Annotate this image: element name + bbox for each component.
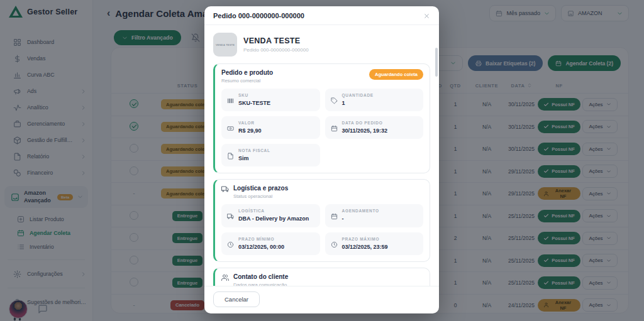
- file-icon: [227, 153, 234, 160]
- field-value: 1: [342, 99, 374, 107]
- detail-field: DATA DO PEDIDO 30/11/2025, 19:32: [325, 116, 424, 139]
- field-value: -: [342, 215, 379, 222]
- detail-field: QUANTIDADE 1: [325, 89, 424, 111]
- field-value: 03/12/2025, 23:59: [342, 243, 388, 251]
- field-label: NOTA FISCAL: [238, 148, 270, 153]
- product-thumbnail: VENDA TESTE: [213, 33, 237, 57]
- modal-footer: Cancelar: [204, 286, 439, 313]
- barcode-icon: [227, 97, 234, 104]
- scrollbar-thumb[interactable]: [435, 48, 438, 77]
- app-window: Gestor Seller Dashboard Vendas Curva ABC…: [0, 0, 644, 321]
- users-icon: [221, 274, 229, 281]
- truck-icon: [227, 213, 234, 220]
- section-contato: Contato do cliente Dados para comunicaçã…: [213, 268, 430, 286]
- clock-icon: [331, 241, 338, 248]
- cancel-button[interactable]: Cancelar: [213, 291, 260, 307]
- calendar-icon: [331, 213, 338, 220]
- field-value: 03/12/2025, 00:00: [238, 243, 284, 251]
- section-title: Logística e prazos: [233, 185, 423, 192]
- modal-header: Pedido 000-0000000-000000: [204, 6, 439, 25]
- detail-field: NOTA FISCAL Sim: [221, 144, 320, 166]
- clock-icon: [227, 241, 234, 248]
- section-pedido-produto: Pedido e produto Resumo comercial Aguard…: [213, 63, 430, 173]
- detail-field: AGENDAMENTO -: [325, 204, 424, 227]
- section-logistica: Logística e prazos Status operacional LO…: [213, 179, 430, 261]
- section-subtitle: Status operacional: [233, 193, 423, 199]
- section-subtitle: Resumo comercial: [221, 78, 365, 84]
- order-detail-modal: Pedido 000-0000000-000000 VENDA TESTE VE…: [204, 6, 439, 313]
- section-title: Contato do cliente: [233, 273, 423, 280]
- detail-field: LOGÍSTICA DBA - Delivery by Amazon: [221, 204, 320, 227]
- field-label: PRAZO MÁXIMO: [342, 237, 388, 241]
- field-value: DBA - Delivery by Amazon: [238, 215, 309, 222]
- field-label: DATA DO PEDIDO: [342, 121, 388, 125]
- product-summary: VENDA TESTE VENDA TESTE Pedido 000-00000…: [213, 33, 430, 57]
- field-value: SKU-TESTE: [238, 99, 270, 107]
- tag-icon: [331, 97, 338, 104]
- section-subtitle: Dados para comunicação: [233, 282, 423, 286]
- detail-field: PRAZO MÍNIMO 03/12/2025, 00:00: [221, 232, 320, 255]
- detail-field: SKU SKU-TESTE: [221, 89, 320, 111]
- fields-grid: SKU SKU-TESTE QUANTIDADE 1 VALOR R$ 29,9…: [221, 89, 423, 166]
- field-value: 30/11/2025, 19:32: [342, 127, 388, 134]
- field-label: QUANTIDADE: [342, 93, 374, 97]
- field-value: R$ 29,90: [238, 127, 262, 134]
- close-icon[interactable]: [423, 13, 430, 19]
- detail-field: PRAZO MÁXIMO 03/12/2025, 23:59: [325, 232, 424, 255]
- banknote-icon: [227, 125, 234, 132]
- product-name: VENDA TESTE: [243, 36, 309, 45]
- field-label: LOGÍSTICA: [238, 209, 309, 213]
- product-order-number: Pedido 000-0000000-000000: [243, 47, 309, 53]
- field-value: Sim: [238, 155, 270, 162]
- field-label: SKU: [238, 93, 270, 97]
- field-label: VALOR: [238, 121, 262, 125]
- truck-icon: [221, 185, 229, 193]
- modal-body: VENDA TESTE VENDA TESTE Pedido 000-00000…: [204, 25, 439, 286]
- fields-grid: LOGÍSTICA DBA - Delivery by Amazon AGEND…: [221, 204, 423, 254]
- status-badge: Aguardando coleta: [369, 69, 423, 80]
- field-label: AGENDAMENTO: [342, 209, 379, 213]
- field-label: PRAZO MÍNIMO: [238, 237, 284, 241]
- section-title: Pedido e produto: [221, 69, 365, 76]
- calendar-icon: [331, 125, 338, 132]
- detail-field: VALOR R$ 29,90: [221, 116, 320, 139]
- modal-title: Pedido 000-0000000-000000: [213, 12, 304, 19]
